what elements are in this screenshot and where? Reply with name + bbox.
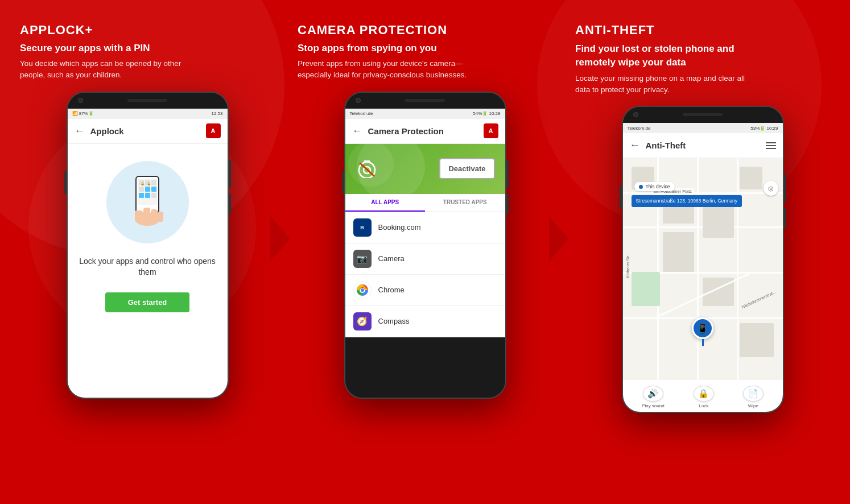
phone-mockup-3: Telekom.de 53%🔋 10:29 ← Anti-Theft — [622, 106, 784, 413]
svg-text:🔒: 🔒 — [147, 181, 151, 186]
this-device-label: This device — [634, 182, 675, 191]
camera-protection-icon — [356, 158, 378, 180]
lock-action[interactable]: 🔒 Lock — [694, 386, 714, 408]
get-started-button[interactable]: Get started — [105, 292, 190, 312]
svg-rect-16 — [151, 209, 158, 221]
applock-title: Applock — [90, 126, 200, 136]
tabs-row: ALL APPS TRUSTED APPS — [345, 194, 505, 212]
wipe-action[interactable]: 📄 Wipe — [743, 386, 764, 408]
applock-illustration: 🔒 🔒 — [106, 161, 189, 243]
svg-rect-10 — [151, 193, 156, 198]
play-sound-label: Play sound — [642, 403, 665, 408]
camera-label: Camera — [378, 254, 405, 263]
svg-rect-7 — [151, 187, 156, 192]
tab-trusted-apps[interactable]: TRUSTED APPS — [425, 194, 505, 212]
booking-label: Booking.com — [378, 223, 421, 232]
play-sound-action[interactable]: 🔊 Play sound — [642, 386, 665, 408]
svg-rect-9 — [145, 193, 150, 198]
status-bar-2: Telekom.de 54%🔋 10:28 — [345, 109, 505, 119]
wipe-label: Wipe — [748, 403, 758, 408]
camera-protection-title: Camera Protection — [368, 126, 478, 136]
address-banner: Stresemannstraße 123, 10963 Berlin, Germ… — [632, 195, 742, 207]
chrome-app-icon — [353, 281, 372, 299]
deactivate-button[interactable]: Deactivate — [439, 158, 494, 179]
phone-mockup-2: Telekom.de 54%🔋 10:28 ← Camera Protectio… — [344, 92, 506, 399]
list-item: Chrome — [345, 275, 505, 306]
back-arrow-3[interactable]: ← — [630, 139, 640, 151]
svg-rect-15 — [143, 208, 150, 220]
avira-badge-1: A — [206, 123, 221, 138]
list-item: 📷 Camera — [345, 243, 505, 275]
svg-rect-8 — [139, 193, 144, 198]
phone-mockup-1: 📶 87%🔋 12:53 ← Applock A — [67, 92, 229, 399]
list-item: B Booking.com — [345, 212, 505, 243]
anti-theft-actions: 🔊 Play sound 🔒 Lock 📄 Wipe — [623, 380, 783, 413]
svg-text:🔒: 🔒 — [141, 181, 145, 186]
svg-rect-17 — [158, 212, 163, 222]
back-arrow-2[interactable]: ← — [352, 125, 362, 137]
applock-main-text: Lock your apps and control who opens the… — [76, 256, 219, 278]
svg-rect-14 — [135, 210, 143, 222]
chrome-label: Chrome — [378, 286, 405, 294]
lock-label: Lock — [699, 403, 708, 408]
location-button[interactable]: ◎ — [764, 181, 778, 196]
feature-subtitle-2: Stop apps from spying on you — [298, 42, 437, 55]
list-item: 🧭 Compass — [345, 306, 505, 337]
svg-rect-5 — [139, 187, 144, 192]
map-pin: 📱 — [692, 317, 713, 346]
svg-rect-4 — [151, 180, 156, 185]
camera-app-icon: 📷 — [353, 250, 372, 268]
anti-theft-title: Anti-Theft — [646, 141, 760, 150]
map-view: Niederkirchnerstraf... Köthener Str. Thi… — [623, 158, 783, 380]
back-arrow-1[interactable]: ← — [75, 125, 85, 137]
status-bar-1: 📶 87%🔋 12:53 — [68, 109, 228, 119]
compass-app-icon: 🧭 — [353, 312, 372, 331]
tab-all-apps[interactable]: ALL APPS — [345, 194, 426, 212]
camera-protection-banner: Deactivate — [345, 144, 505, 194]
feature-desc-2: Prevent apps from using your device's ca… — [298, 58, 468, 81]
status-bar-3: Telekom.de 53%🔋 10:29 — [623, 123, 783, 133]
compass-label: Compass — [378, 317, 410, 325]
avira-badge-2: A — [484, 123, 498, 138]
booking-icon: B — [353, 218, 372, 237]
hamburger-menu[interactable] — [766, 142, 776, 149]
svg-rect-6 — [145, 187, 150, 192]
svg-point-23 — [361, 288, 364, 292]
feature-tag-2: CAMERA PROTECTION — [298, 23, 447, 38]
app-list: B Booking.com 📷 Camera — [345, 212, 505, 337]
